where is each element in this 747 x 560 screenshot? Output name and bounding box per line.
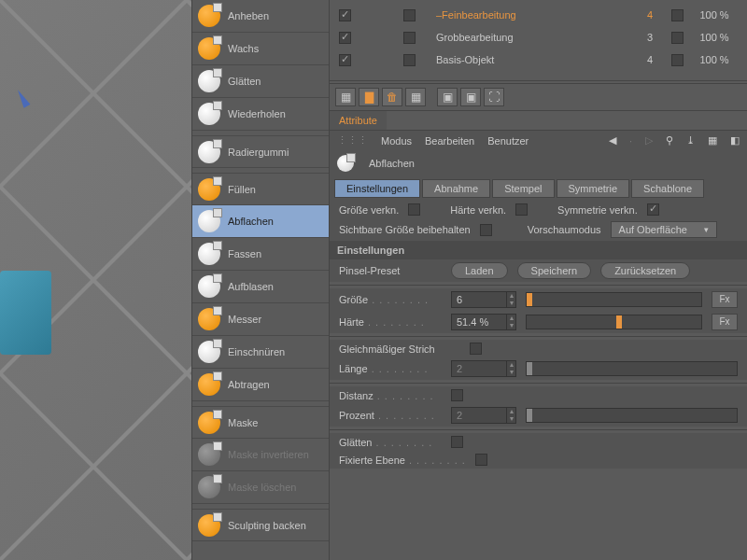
viewport-3d[interactable] (0, 0, 191, 560)
tool-sculpting-backen[interactable]: Sculpting backen (192, 509, 329, 541)
tool-anheben[interactable]: Anheben (192, 0, 329, 33)
tool-icon (198, 5, 220, 27)
search-icon[interactable]: ⚲ (666, 134, 673, 147)
menu-benutzer[interactable]: Benutzer (487, 135, 529, 147)
mesh-object[interactable] (0, 271, 51, 355)
folder-icon[interactable]: ▇ (359, 88, 379, 106)
tool-maske-invertieren[interactable]: Maske invertieren (192, 439, 329, 471)
layer-action-icon[interactable]: ▦ (405, 88, 426, 106)
tool-abflachen[interactable]: Abflachen (192, 205, 329, 238)
snapshot-icon[interactable]: ▣ (460, 88, 481, 106)
tool-label: Aufblasen (228, 281, 274, 292)
grid-icon[interactable]: ▦ (708, 134, 717, 147)
layer-row[interactable]: –Feinbearbeitung4100 % (339, 4, 738, 26)
length-label: Länge (339, 363, 442, 374)
symmetry-link-checkbox[interactable] (647, 203, 659, 216)
tool-fassen[interactable]: Fassen (192, 238, 329, 271)
layer-level: 3 (636, 32, 664, 43)
subtab-schablone[interactable]: Schablone (631, 179, 704, 198)
smooth-label: Glätten (339, 437, 442, 448)
tool-header-title: Abflachen (369, 158, 415, 169)
attribute-menu: ⋮⋮⋮ Modus Bearbeiten Benutzer ◀ · ▷ ⚲ ⤓ … (330, 131, 747, 150)
tab-attribute[interactable]: Attribute (330, 111, 387, 130)
layer-visible-checkbox[interactable] (339, 54, 351, 66)
size-field[interactable]: 6▴▾ (451, 291, 516, 308)
subtab-symmetrie[interactable]: Symmetrie (557, 179, 630, 198)
tool-füllen[interactable]: Füllen (192, 173, 329, 205)
tool-glätten[interactable]: Glätten (192, 65, 329, 98)
tool-icon (198, 275, 220, 298)
lock-icon[interactable]: ⤓ (686, 134, 695, 147)
reset-button[interactable]: Zurücksetzen (600, 262, 690, 279)
tool-icon (198, 443, 220, 466)
visible-size-label: Sichtbare Größe beibehalten (339, 224, 471, 235)
camera-icon[interactable]: ▣ (437, 88, 458, 106)
preview-mode-select[interactable]: Auf Oberfläche (611, 221, 717, 238)
subtab-einstellungen[interactable]: Einstellungen (334, 179, 420, 198)
sculpt-tool-column: AnhebenWachsGlättenWiederholenRadiergumm… (191, 0, 330, 560)
expand-icon[interactable]: ⛶ (484, 88, 504, 106)
tool-messer[interactable]: Messer (192, 303, 329, 336)
layer-opt-checkbox[interactable] (671, 9, 684, 21)
size-fx-button[interactable]: Fx (712, 291, 738, 308)
tool-label: Abtragen (228, 379, 270, 390)
length-slider[interactable] (526, 361, 738, 376)
tool-icon (198, 514, 220, 537)
tool-maske-löschen[interactable]: Maske löschen (192, 471, 329, 504)
nav-back-icon[interactable]: ◀ (609, 134, 616, 147)
tool-label: Anheben (228, 10, 269, 21)
tool-icon (198, 308, 220, 330)
percent-field[interactable]: 2▴▾ (451, 407, 516, 424)
menu-icon[interactable]: ◧ (730, 134, 740, 147)
length-field[interactable]: 2▴▾ (451, 360, 516, 377)
tool-maske[interactable]: Maske (192, 406, 329, 439)
size-row: Größe 6▴▾ Fx (330, 288, 747, 311)
layer-opt-checkbox[interactable] (671, 54, 684, 66)
size-link-checkbox[interactable] (408, 203, 420, 216)
menu-bearbeiten[interactable]: Bearbeiten (425, 135, 474, 147)
load-button[interactable]: Laden (451, 262, 508, 279)
menu-modus[interactable]: Modus (381, 135, 412, 147)
tool-wachs[interactable]: Wachs (192, 33, 329, 65)
tool-radiergummi[interactable]: Radiergummi (192, 135, 329, 168)
hardness-slider[interactable] (526, 315, 702, 329)
layer-visible-checkbox[interactable] (339, 32, 351, 44)
tool-abtragen[interactable]: Abtragen (192, 369, 329, 401)
subtab-abnahme[interactable]: Abnahme (422, 179, 490, 198)
hardness-field[interactable]: 51.4 %▴▾ (451, 314, 516, 330)
fixed-checkbox[interactable] (475, 454, 487, 466)
settings-tabs: EinstellungenAbnahmeStempelSymmetrieScha… (330, 176, 747, 201)
hardness-fx-button[interactable]: Fx (712, 314, 738, 330)
tool-label: Einschnüren (228, 346, 285, 357)
save-button[interactable]: Speichern (517, 262, 592, 279)
length-row: Länge 2▴▾ (330, 357, 747, 380)
stroke-checkbox[interactable] (470, 343, 482, 355)
tool-aufblasen[interactable]: Aufblasen (192, 271, 329, 303)
tool-icon (198, 141, 220, 163)
layer-row[interactable]: Grobbearbeitung3100 % (339, 26, 738, 49)
layer-opt-checkbox[interactable] (671, 32, 684, 44)
distance-checkbox[interactable] (451, 389, 463, 401)
fixed-label: Fixierte Ebene (339, 455, 466, 466)
layer-visible-checkbox[interactable] (339, 9, 351, 21)
subtab-stempel[interactable]: Stempel (492, 179, 554, 198)
tool-header: Abflachen (330, 150, 747, 176)
new-layer-icon[interactable]: ▦ (335, 88, 356, 106)
layer-lock-checkbox[interactable] (403, 9, 416, 21)
nav-fwd-icon[interactable]: ▷ (645, 134, 653, 147)
visible-size-checkbox[interactable] (480, 224, 492, 236)
layer-row[interactable]: Basis-Objekt4100 % (339, 49, 738, 71)
layer-lock-checkbox[interactable] (403, 54, 416, 66)
tool-label: Füllen (228, 184, 256, 195)
hardness-link-checkbox[interactable] (515, 203, 528, 216)
icon-toolbar: ▦ ▇ 🗑 ▦ ▣ ▣ ⛶ (330, 83, 747, 110)
smooth-checkbox[interactable] (451, 436, 463, 448)
tool-einschnüren[interactable]: Einschnüren (192, 336, 329, 369)
trash-icon[interactable]: 🗑 (382, 88, 402, 106)
tool-icon (198, 243, 220, 265)
layer-lock-checkbox[interactable] (403, 32, 416, 44)
percent-slider[interactable] (526, 408, 738, 423)
size-slider[interactable] (526, 292, 702, 307)
section-heading: Einstellungen (330, 241, 747, 259)
tool-wiederholen[interactable]: Wiederholen (192, 98, 329, 131)
